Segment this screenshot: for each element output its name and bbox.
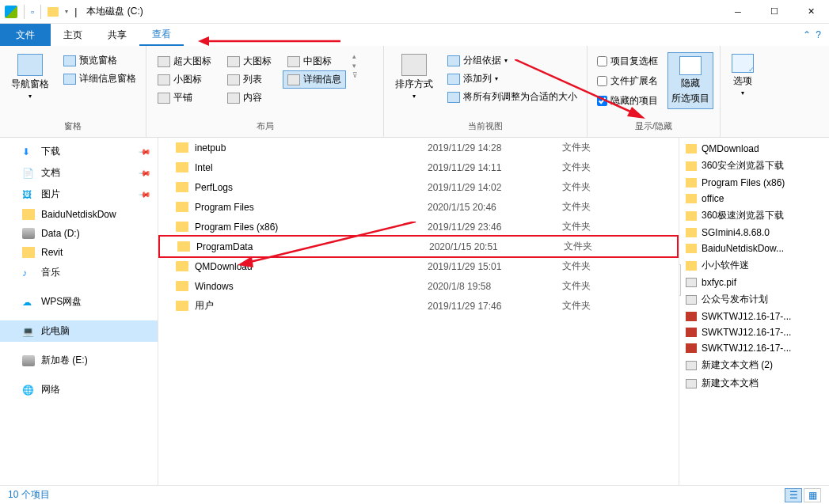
sidebar-item[interactable]: Data (D:) [0,224,158,243]
minimize-ribbon-icon[interactable]: ⌃ [803,29,811,40]
qat-save-icon[interactable]: ▫ [31,6,34,17]
file-row[interactable]: Program Files (x86)2019/11/29 23:46文件夹 [158,217,679,237]
preview-item[interactable]: Program Files (x86) [679,175,829,191]
sort-by-button[interactable]: 排序方式 ▾ [390,52,438,101]
hide-selected-button[interactable]: 隐藏 所选项目 [667,52,713,109]
preview-item[interactable]: BaiduNetdiskDow... [679,241,829,256]
details-pane-button[interactable]: 详细信息窗格 [60,70,139,87]
close-button[interactable]: ✕ [793,0,829,24]
preview-expand-button[interactable]: 〉 [679,264,681,296]
preview-item[interactable]: SWKTWJ12.16-17-... [679,324,829,340]
sidebar-item-label: 图片 [41,188,60,201]
preview-item[interactable]: 小小软件迷 [679,256,829,275]
folder-icon [176,162,188,172]
statusbar: 10 个项目 ☰ ▦ [0,485,829,504]
sidebar-item-label: 新加卷 (E:) [41,354,88,367]
folder-icon [176,222,188,232]
tab-file[interactable]: 文件 [0,24,51,46]
preview-item-label: 360极速浏览器下载 [702,209,784,222]
titlebar: ▫ ▾ | 本地磁盘 (C:) ─ ☐ ✕ [0,0,829,24]
minimize-button[interactable]: ─ [720,0,756,24]
qat-dropdown-icon[interactable]: ▾ [65,8,68,15]
ribbon-group-show-hide: 项目复选框 文件扩展名 隐藏的项目 隐藏 所选项目 显示/隐藏 [588,46,721,137]
sidebar-item[interactable]: ☁WPS网盘 [0,291,158,313]
layout-list[interactable]: 列表 [222,70,276,89]
nav-pane-button[interactable]: 导航窗格 ▾ [6,52,54,101]
folder-icon [22,209,35,220]
wps-icon: ☁ [22,297,35,308]
preview-item-label: office [702,193,724,204]
file-row[interactable]: Program Files2020/1/15 20:46文件夹 [158,197,679,217]
preview-item[interactable]: 公众号发布计划 [679,290,829,309]
folder-icon [177,241,190,252]
folder-icon [686,194,697,203]
tab-view[interactable]: 查看 [139,24,184,46]
layout-details[interactable]: 详细信息 [283,70,346,89]
preview-item[interactable]: SGImini4.8.68.0 [679,225,829,241]
doc-icon: 📄 [22,168,35,179]
tab-home[interactable]: 主页 [51,24,95,46]
preview-item[interactable]: 360极速浏览器下载 [679,207,829,225]
preview-item[interactable]: QMDownload [679,141,829,157]
file-row[interactable]: Windows2020/1/8 19:58文件夹 [158,276,679,296]
preview-item-label: bxfyc.pif [702,277,736,288]
help-icon[interactable]: ? [816,29,821,40]
file-list[interactable]: inetpub2019/11/29 14:28文件夹Intel2019/11/2… [158,138,679,485]
preview-item[interactable]: 新建文本文档 [679,374,829,392]
sidebar-item[interactable]: ⬇下载📌 [0,141,158,162]
layout-medium[interactable]: 中图标 [283,52,346,70]
sidebar-item[interactable]: 📄文档📌 [0,162,158,184]
size-all-button[interactable]: 将所有列调整为合适的大小 [444,89,580,105]
preview-pane-button[interactable]: 预览窗格 [60,52,139,69]
file-name: PerfLogs [195,182,233,193]
file-row[interactable]: ProgramData2020/1/15 20:51文件夹 [158,235,679,258]
add-columns-button[interactable]: 添加列 ▾ [444,70,580,87]
navigation-sidebar: ⬇下载📌📄文档📌🖼图片📌BaiduNetdiskDowData (D:)Revi… [0,138,158,485]
group-by-button[interactable]: 分组依据 ▾ [444,52,580,69]
sidebar-item[interactable]: Revit [0,243,158,262]
layout-tiles[interactable]: 平铺 [153,89,216,107]
hidden-items-toggle[interactable]: 隐藏的项目 [594,92,661,110]
preview-item[interactable]: office [679,191,829,207]
file-icon [686,361,697,370]
layout-more[interactable]: ⊽ [352,71,358,79]
preview-item[interactable]: SWKTWJ12.16-17-... [679,309,829,324]
file-row[interactable]: inetpub2019/11/29 14:28文件夹 [158,138,679,157]
preview-item[interactable]: 360安全浏览器下载 [679,157,829,175]
drive-icon [22,228,35,239]
rar-icon [686,328,697,337]
file-row[interactable]: Intel2019/11/29 14:11文件夹 [158,157,679,177]
sidebar-item[interactable]: 💻此电脑 [0,320,158,342]
view-icons-button[interactable]: ▦ [804,488,821,502]
sidebar-item-label: 下载 [41,145,60,158]
item-checkboxes-toggle[interactable]: 项目复选框 [594,52,661,70]
file-ext-toggle[interactable]: 文件扩展名 [594,72,661,90]
layout-extra-large[interactable]: 超大图标 [153,52,216,70]
view-details-button[interactable]: ☰ [785,488,802,502]
preview-item[interactable]: 新建文本文档 (2) [679,356,829,374]
sidebar-item[interactable]: 新加卷 (E:) [0,350,158,371]
layout-content[interactable]: 内容 [222,89,276,107]
sidebar-item[interactable]: ♪音乐 [0,262,158,283]
layout-scroll-down[interactable]: ▾ [352,62,358,70]
preview-item[interactable]: SWKTWJ12.16-17-... [679,340,829,356]
ribbon-group-panes: 导航窗格 ▾ 预览窗格 详细信息窗格 窗格 [0,46,146,137]
tab-share[interactable]: 共享 [95,24,139,46]
music-icon: ♪ [22,267,35,279]
options-button[interactable]: ✓ 选项 ▾ [727,52,759,98]
layout-large[interactable]: 大图标 [222,52,276,70]
sidebar-item[interactable]: BaiduNetdiskDow [0,205,158,224]
file-date: 2020/1/15 20:51 [429,241,564,252]
file-row[interactable]: QMDownload2019/11/29 15:01文件夹 [158,256,679,276]
file-row[interactable]: PerfLogs2019/11/29 14:02文件夹 [158,177,679,197]
details-pane-icon [63,74,76,85]
sidebar-item[interactable]: 🖼图片📌 [0,184,158,205]
layout-small[interactable]: 小图标 [153,70,216,89]
file-row[interactable]: 用户2019/11/29 17:46文件夹 [158,296,679,316]
preview-item[interactable]: bxfyc.pif [679,275,829,290]
file-type: 文件夹 [564,240,643,253]
file-name: QMDownload [195,261,253,272]
maximize-button[interactable]: ☐ [756,0,793,24]
layout-scroll-up[interactable]: ▴ [352,52,358,60]
sidebar-item[interactable]: 🌐网络 [0,379,158,400]
